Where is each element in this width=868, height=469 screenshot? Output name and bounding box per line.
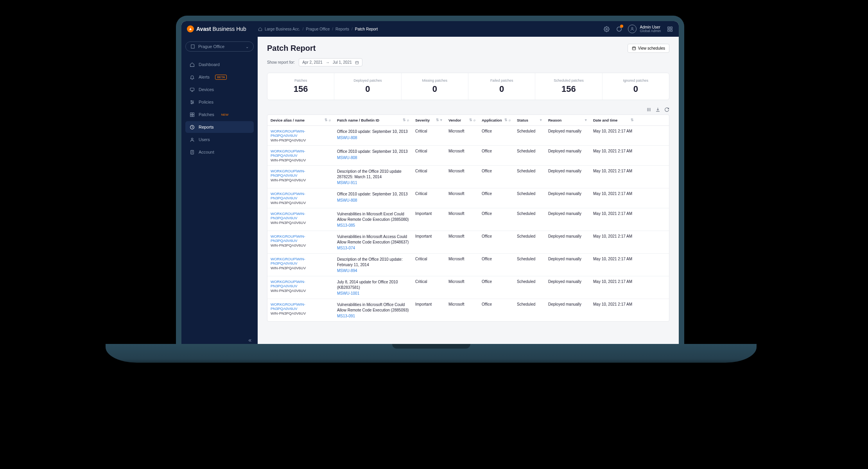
sort-icon[interactable]: ⇅ bbox=[325, 118, 328, 122]
device-alias-link[interactable]: WORKGROUP\WIN-PN3PQA0V6UV bbox=[271, 149, 331, 158]
cell-reason: Deployed manually bbox=[545, 254, 590, 276]
patch-name: Description of the Office 2010 update 28… bbox=[337, 169, 409, 179]
bulletin-link[interactable]: MS13-085 bbox=[337, 223, 355, 227]
brand-logo-icon bbox=[187, 25, 194, 32]
sidebar-item-account[interactable]: Account bbox=[185, 146, 254, 158]
bulletin-link[interactable]: MSWU-894 bbox=[337, 269, 357, 273]
stat-label: Deployed patches bbox=[338, 79, 397, 82]
bulletin-link[interactable]: MS13-091 bbox=[337, 314, 355, 318]
bulletin-link[interactable]: MSWU-911 bbox=[337, 181, 357, 185]
search-icon[interactable]: ⌕ bbox=[509, 118, 511, 122]
col-reason[interactable]: Reason▾ bbox=[545, 115, 590, 125]
filter-icon[interactable]: ▾ bbox=[440, 118, 442, 122]
sidebar-item-label: Alerts bbox=[199, 75, 210, 79]
device-alias-link[interactable]: WORKGROUP\WIN-PN3PQA0V6UV bbox=[271, 129, 331, 138]
sidebar-item-reports[interactable]: Reports bbox=[185, 121, 254, 133]
breadcrumb-item[interactable]: Prague Office bbox=[306, 27, 330, 31]
cell-application: Office bbox=[479, 188, 514, 208]
bulletin-link[interactable]: MSWU-1001 bbox=[337, 291, 359, 295]
col-patch[interactable]: Patch name / Bulletin ID⇅⌕ bbox=[334, 115, 412, 125]
table-row: WORKGROUP\WIN-PN3PQA0V6UVWIN-PN3PQA0V6UV… bbox=[267, 231, 669, 254]
sidebar-item-dashboard[interactable]: Dashboard bbox=[185, 59, 254, 70]
device-alias-link[interactable]: WORKGROUP\WIN-PN3PQA0V6UV bbox=[271, 211, 331, 220]
cell-severity: Important bbox=[412, 208, 445, 231]
sidebar-item-policies[interactable]: Policies bbox=[185, 96, 254, 108]
cell-reason: Deployed manually bbox=[545, 166, 590, 188]
col-application[interactable]: Application⇅⌕ bbox=[479, 115, 514, 125]
breadcrumbs: Large Business Acc. / Prague Office / Re… bbox=[258, 27, 378, 31]
notifications-icon[interactable] bbox=[615, 25, 622, 32]
view-schedules-button[interactable]: View schedules bbox=[628, 44, 669, 53]
device-alias-link[interactable]: WORKGROUP\WIN-PN3PQA0V6UV bbox=[271, 169, 331, 177]
date-from: Apr 2, 2021 bbox=[302, 60, 323, 64]
cell-datetime: May 10, 2021 2:17 AM bbox=[590, 208, 637, 231]
stat-card[interactable]: Missing patches0 bbox=[402, 73, 468, 100]
cell-severity: Critical bbox=[412, 166, 445, 188]
bell-icon bbox=[189, 74, 195, 80]
bulletin-link[interactable]: MSWU-808 bbox=[337, 136, 357, 140]
stat-card[interactable]: Deployed patches0 bbox=[334, 73, 401, 100]
table-row: WORKGROUP\WIN-PN3PQA0V6UVWIN-PN3PQA0V6UV… bbox=[267, 166, 669, 188]
table-row: WORKGROUP\WIN-PN3PQA0V6UVWIN-PN3PQA0V6UV… bbox=[267, 254, 669, 276]
sidebar-item-users[interactable]: Users bbox=[185, 134, 254, 145]
sidebar-item-label: Reports bbox=[199, 125, 214, 129]
cell-datetime: May 10, 2021 2:17 AM bbox=[590, 276, 637, 299]
device-alias-link[interactable]: WORKGROUP\WIN-PN3PQA0V6UV bbox=[271, 234, 331, 243]
columns-icon[interactable] bbox=[646, 107, 651, 112]
col-severity[interactable]: Severity⇅▾ bbox=[412, 115, 445, 125]
cell-datetime: May 10, 2021 2:17 AM bbox=[590, 231, 637, 253]
filter-icon[interactable]: ▾ bbox=[540, 118, 542, 122]
bulletin-link[interactable]: MSWU-808 bbox=[337, 198, 357, 202]
stat-card[interactable]: Scheduled patches156 bbox=[535, 73, 602, 100]
svg-rect-5 bbox=[667, 29, 669, 31]
laptop-notch bbox=[392, 344, 470, 349]
sidebar-item-devices[interactable]: Devices bbox=[185, 84, 254, 95]
settings-icon[interactable] bbox=[603, 25, 610, 32]
bulletin-link[interactable]: MSWU-808 bbox=[337, 156, 357, 160]
stat-label: Failed patches bbox=[472, 79, 531, 82]
device-alias-link[interactable]: WORKGROUP\WIN-PN3PQA0V6UV bbox=[271, 279, 331, 288]
cell-datetime: May 10, 2021 2:17 AM bbox=[590, 254, 637, 276]
stat-card[interactable]: Ignored patches0 bbox=[603, 73, 669, 100]
stat-card[interactable]: Patches156 bbox=[267, 73, 334, 100]
stat-card[interactable]: Failed patches0 bbox=[468, 73, 535, 100]
col-datetime[interactable]: Date and time⇅ bbox=[590, 115, 637, 125]
cell-reason: Deployed manually bbox=[545, 146, 590, 165]
sort-icon[interactable]: ⇅ bbox=[469, 118, 472, 122]
cell-application: Office bbox=[479, 231, 514, 253]
svg-point-0 bbox=[606, 28, 608, 30]
col-status[interactable]: Status▾ bbox=[514, 115, 545, 125]
user-menu[interactable]: Admin User Global Admin bbox=[628, 25, 661, 33]
sort-icon[interactable]: ⇅ bbox=[436, 118, 439, 122]
breadcrumb-item[interactable]: Reports bbox=[335, 27, 349, 31]
refresh-icon[interactable] bbox=[664, 107, 669, 112]
sort-icon[interactable]: ⇅ bbox=[631, 118, 634, 122]
sidebar-item-patches[interactable]: PatchesNEW bbox=[185, 109, 254, 120]
sort-icon[interactable]: ⇅ bbox=[403, 118, 406, 122]
apps-icon[interactable] bbox=[666, 25, 673, 32]
site-selector[interactable]: Prague Office ⌄ bbox=[185, 41, 254, 52]
home-icon[interactable] bbox=[258, 27, 262, 31]
device-alias-link[interactable]: WORKGROUP\WIN-PN3PQA0V6UV bbox=[271, 257, 331, 265]
device-name: WIN-PN3PQA0V6UV bbox=[271, 243, 306, 247]
device-alias-link[interactable]: WORKGROUP\WIN-PN3PQA0V6UV bbox=[271, 192, 331, 200]
filter-icon[interactable]: ▾ bbox=[585, 118, 587, 122]
breadcrumb-item[interactable]: Large Business Acc. bbox=[265, 27, 300, 31]
patch-name: July 8, 2014 update for Office 2010 (KB2… bbox=[337, 279, 409, 290]
col-device[interactable]: Device alias / name⇅⌕ bbox=[267, 115, 334, 125]
sidebar-item-alerts[interactable]: AlertsBETA bbox=[185, 71, 254, 83]
search-icon[interactable]: ⌕ bbox=[473, 118, 475, 122]
date-range-picker[interactable]: Apr 2, 2021 → Jul 1, 2021 bbox=[299, 58, 362, 66]
brand[interactable]: Avast Business Hub bbox=[187, 25, 246, 32]
bulletin-link[interactable]: MS13-074 bbox=[337, 246, 355, 250]
cell-vendor: Microsoft bbox=[445, 231, 479, 253]
svg-rect-12 bbox=[190, 88, 194, 91]
col-vendor[interactable]: Vendor⇅⌕ bbox=[445, 115, 479, 125]
building-icon bbox=[190, 44, 195, 49]
device-alias-link[interactable]: WORKGROUP\WIN-PN3PQA0V6UV bbox=[271, 302, 331, 311]
download-icon[interactable] bbox=[655, 107, 660, 112]
search-icon[interactable]: ⌕ bbox=[329, 118, 331, 122]
search-icon[interactable]: ⌕ bbox=[407, 118, 409, 122]
sort-icon[interactable]: ⇅ bbox=[504, 118, 508, 122]
stats-row: Patches156Deployed patches0Missing patch… bbox=[267, 73, 669, 100]
